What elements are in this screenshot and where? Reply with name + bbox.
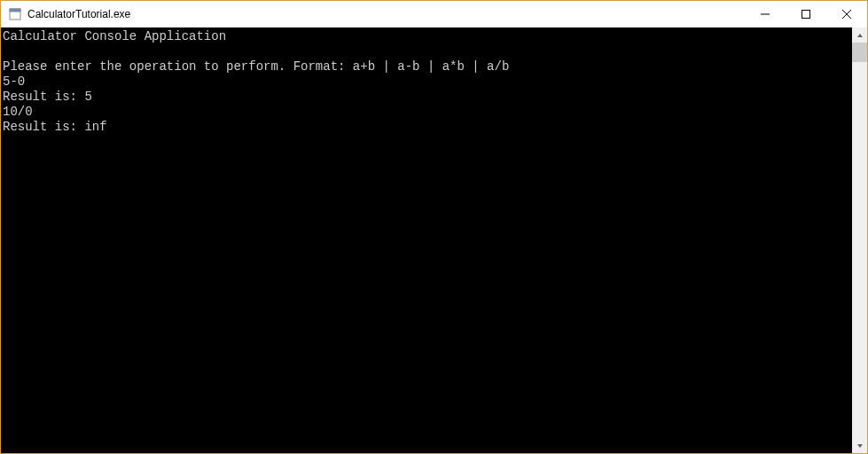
svg-rect-3 (802, 11, 810, 19)
application-window: CalculatorTutorial.exe Calculator Consol… (0, 0, 868, 454)
console-output[interactable]: Calculator Console Application Please en… (1, 27, 852, 453)
vertical-scrollbar[interactable] (852, 27, 867, 453)
svg-marker-7 (857, 444, 863, 448)
scroll-thumb[interactable] (852, 43, 867, 62)
window-controls (745, 1, 867, 27)
window-title: CalculatorTutorial.exe (27, 8, 745, 20)
console-area: Calculator Console Application Please en… (1, 27, 867, 453)
close-button[interactable] (826, 1, 867, 27)
minimize-button[interactable] (745, 1, 786, 27)
titlebar[interactable]: CalculatorTutorial.exe (1, 1, 867, 27)
svg-rect-1 (10, 9, 20, 12)
scroll-track[interactable] (852, 43, 867, 438)
svg-marker-6 (857, 34, 863, 37)
maximize-button[interactable] (786, 1, 826, 27)
app-icon (8, 7, 22, 21)
scroll-down-button[interactable] (852, 438, 867, 453)
scroll-up-button[interactable] (852, 27, 867, 43)
